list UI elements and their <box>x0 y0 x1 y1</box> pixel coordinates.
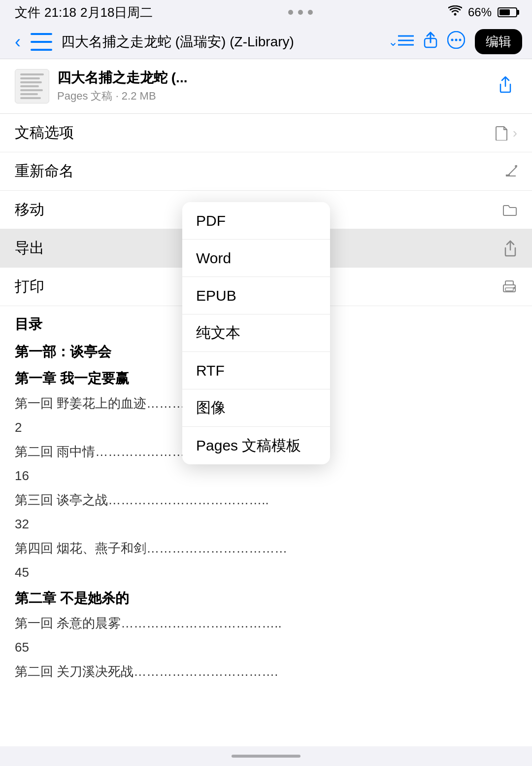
export-plaintext-label: 纯文本 <box>196 323 240 343</box>
status-bar: 文件 21:18 2月18日周二 66% <box>0 0 532 25</box>
edit-button[interactable]: 编辑 <box>475 29 522 54</box>
chevron-right-icon: › <box>513 125 517 141</box>
file-thumbnail <box>15 69 49 104</box>
menu-label-doc-options: 文稿选项 <box>15 123 74 143</box>
svg-point-7 <box>455 39 458 41</box>
dot3 <box>308 10 313 15</box>
home-indicator <box>232 755 300 758</box>
file-meta: Pages 文稿 · 2.2 MB <box>57 89 494 104</box>
file-info-panel: 四大名捕之走龙蛇 (... Pages 文稿 · 2.2 MB <box>0 59 532 114</box>
nav-actions: 编辑 <box>398 29 522 54</box>
export-option-image[interactable]: 图像 <box>182 389 330 427</box>
svg-rect-11 <box>505 288 513 291</box>
status-center <box>288 10 313 15</box>
toc-chapter-2: 第二章 不是她杀的 <box>15 583 517 610</box>
toc-entry-1-3: 第三回 谈亭之战……………………………….. <box>15 487 517 514</box>
menu-right-rename <box>504 165 517 178</box>
status-time: 21:18 <box>44 5 76 20</box>
export-option-plaintext[interactable]: 纯文本 <box>182 314 330 352</box>
file-thumb-lines <box>17 70 47 102</box>
export-word-label: Word <box>196 250 231 267</box>
export-option-word[interactable]: Word <box>182 240 330 277</box>
export-submenu: PDF Word EPUB 纯文本 RTF 图像 Pages 文稿模板 <box>182 202 330 464</box>
svg-point-6 <box>451 39 454 41</box>
menu-right-print <box>501 280 517 294</box>
back-button[interactable]: ‹ <box>10 32 26 52</box>
status-left: 文件 21:18 2月18日周二 <box>15 4 153 21</box>
menu-item-doc-options[interactable]: 文稿选项 › <box>0 114 532 152</box>
status-date: 2月18日周二 <box>80 4 153 21</box>
file-type: Pages 文稿 <box>57 90 113 102</box>
file-separator: · <box>116 90 122 102</box>
menu-item-rename[interactable]: 重新命名 <box>0 152 532 191</box>
file-size: 2.2 MB <box>122 90 156 102</box>
file-label: 文件 <box>15 4 40 21</box>
file-name: 四大名捕之走龙蛇 (... <box>57 69 494 87</box>
more-button[interactable] <box>447 31 465 52</box>
toc-entry-1-4: 第四回 烟花、燕子和剑…………………………… <box>15 535 517 562</box>
nav-bar: ‹ 四大名捕之走龙蛇 (温瑞安) (Z-Library) ⌄ <box>0 25 532 59</box>
menu-label-rename: 重新命名 <box>15 161 74 181</box>
toc-page-3: 32 <box>15 514 517 535</box>
dot1 <box>288 10 293 15</box>
nav-title: 四大名捕之走龙蛇 (温瑞安) (Z-Library) <box>61 33 385 51</box>
export-image-label: 图像 <box>196 398 226 418</box>
main-content: 四大名捕之走龙蛇 (... Pages 文稿 · 2.2 MB 文稿选项 <box>0 59 532 746</box>
menu-right-doc-options: › <box>495 125 517 141</box>
toc-entry-2-1: 第一回 杀意的晨雾……………………………….. <box>15 610 517 637</box>
list-icon-button[interactable] <box>398 34 414 50</box>
battery-icon <box>498 7 517 17</box>
menu-label-print: 打印 <box>15 277 44 297</box>
menu-label-move: 移动 <box>15 200 44 220</box>
menu-right-move <box>502 204 517 216</box>
menu-label-export: 导出 <box>15 238 44 258</box>
toc-page-2: 16 <box>15 465 517 487</box>
export-pages-template-label: Pages 文稿模板 <box>196 436 301 456</box>
file-info-text: 四大名捕之走龙蛇 (... Pages 文稿 · 2.2 MB <box>57 69 494 104</box>
svg-point-0 <box>454 13 456 16</box>
svg-point-12 <box>513 287 515 289</box>
status-right: 66% <box>448 5 517 19</box>
export-option-epub[interactable]: EPUB <box>182 277 330 314</box>
wifi-icon <box>448 5 462 19</box>
export-rtf-label: RTF <box>196 362 225 379</box>
toc-entry-2-2: 第二回 关刀溪决死战……………………………. <box>15 658 517 685</box>
share-icon-button[interactable] <box>424 32 437 52</box>
nav-chevron-icon: ⌄ <box>388 35 398 49</box>
toc-page-5: 65 <box>15 637 517 658</box>
dot2 <box>298 10 303 15</box>
bottom-bar <box>0 746 532 766</box>
export-option-pdf[interactable]: PDF <box>182 202 330 240</box>
export-option-rtf[interactable]: RTF <box>182 352 330 389</box>
toc-page-4: 45 <box>15 562 517 583</box>
battery-fill <box>499 9 510 15</box>
menu-right-export <box>503 240 517 257</box>
sidebar-toggle-button[interactable] <box>31 33 52 51</box>
export-option-pages-template[interactable]: Pages 文稿模板 <box>182 427 330 464</box>
file-share-button[interactable] <box>494 71 517 102</box>
battery-percent: 66% <box>468 5 492 19</box>
export-pdf-label: PDF <box>196 212 226 229</box>
svg-point-8 <box>459 39 462 41</box>
export-epub-label: EPUB <box>196 287 236 304</box>
